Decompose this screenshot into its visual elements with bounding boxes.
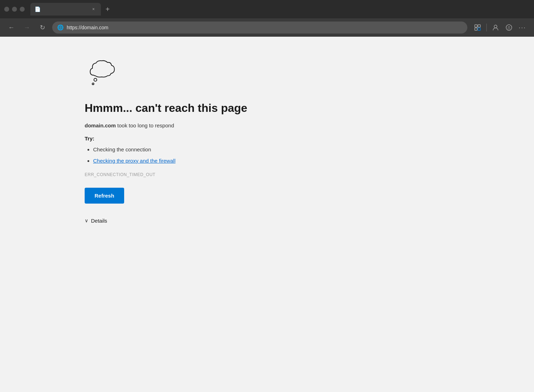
- details-label: Details: [91, 218, 107, 224]
- traffic-light-close[interactable]: [4, 7, 9, 12]
- traffic-light-minimize[interactable]: [12, 7, 17, 12]
- favorites-button[interactable]: [503, 22, 515, 34]
- error-code: ERR_CONNECTION_TIMED_OUT: [85, 172, 332, 177]
- new-tab-button[interactable]: +: [102, 4, 113, 14]
- error-page: Hmmm... can't reach this page domain.com…: [0, 37, 534, 392]
- traffic-lights: [4, 7, 25, 12]
- extensions-button[interactable]: [472, 22, 484, 34]
- address-bar[interactable]: [67, 25, 462, 30]
- profile-button[interactable]: [490, 22, 502, 34]
- tab-page-icon: 📄: [35, 6, 41, 12]
- svg-rect-1: [478, 25, 480, 27]
- settings-menu-button[interactable]: ···: [516, 22, 528, 34]
- svg-point-7: [92, 83, 94, 85]
- svg-rect-2: [475, 28, 477, 30]
- reload-button[interactable]: ↻: [37, 22, 48, 33]
- svg-rect-3: [478, 28, 480, 30]
- chevron-down-icon: ∨: [85, 218, 88, 223]
- titlebar: 📄 × +: [0, 0, 534, 18]
- error-container: Hmmm... can't reach this page domain.com…: [85, 58, 332, 224]
- svg-point-6: [94, 78, 97, 81]
- globe-icon: 🌐: [57, 24, 64, 31]
- browser-tab[interactable]: 📄 ×: [30, 3, 101, 16]
- thought-bubble-icon: [85, 58, 332, 91]
- navbar: ← → ↻ 🌐: [0, 18, 534, 37]
- traffic-light-maximize[interactable]: [20, 7, 25, 12]
- suggestion-1-text: Checking the connection: [93, 146, 151, 152]
- svg-rect-0: [475, 25, 477, 27]
- tab-close-button[interactable]: ×: [90, 6, 97, 12]
- forward-button[interactable]: →: [21, 22, 32, 33]
- suggestion-1: Checking the connection: [93, 146, 332, 154]
- tab-bar: 📄 × +: [30, 0, 530, 18]
- nav-divider: [486, 24, 487, 31]
- address-bar-container: 🌐: [52, 22, 467, 34]
- svg-point-5: [506, 25, 512, 30]
- error-title: Hmmm... can't reach this page: [85, 102, 332, 115]
- nav-right-buttons: ···: [472, 22, 528, 34]
- refresh-button[interactable]: Refresh: [85, 188, 124, 204]
- suggestion-2-link[interactable]: Checking the proxy and the firewall: [93, 158, 175, 164]
- back-button[interactable]: ←: [6, 22, 17, 33]
- details-row[interactable]: ∨ Details: [85, 218, 332, 224]
- error-subtitle-suffix: took too long to respond: [116, 122, 174, 128]
- suggestion-2: Checking the proxy and the firewall: [93, 157, 332, 165]
- svg-point-4: [494, 25, 497, 28]
- error-subtitle: domain.com took too long to respond: [85, 122, 332, 130]
- suggestions-list: Checking the connection Checking the pro…: [85, 146, 332, 165]
- try-label: Try:: [85, 135, 332, 141]
- error-domain: domain.com: [85, 122, 116, 128]
